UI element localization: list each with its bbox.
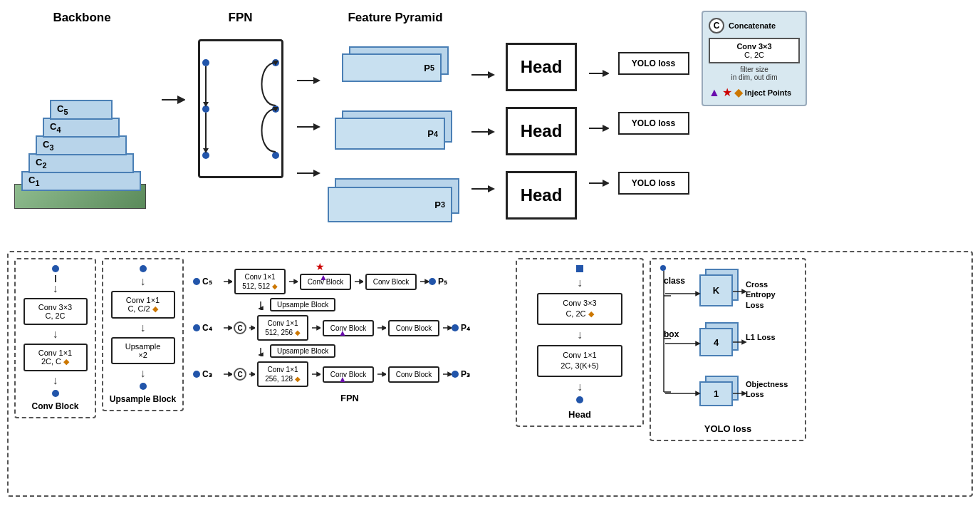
arrow-head-yolo3 bbox=[588, 178, 609, 188]
upsample-block-rect-1: Conv 1×1C, C/2 ◆ bbox=[111, 291, 175, 319]
feature-pyramid-title: Feature Pyramid bbox=[348, 11, 442, 25]
svg-point-6 bbox=[272, 152, 279, 159]
yolo-loss-2: YOLO loss bbox=[618, 112, 689, 135]
backbone-title: Backbone bbox=[53, 11, 110, 25]
conv-c3: Conv 1×1256, 128 ◆ bbox=[257, 361, 308, 387]
p4-label: P₄ bbox=[461, 323, 476, 333]
inject-points-label: Inject Points bbox=[745, 88, 791, 97]
legend-filter-desc: filter size in dim, out dim bbox=[709, 66, 800, 81]
head-detail: ↓ Conv 3×3C, 2C ◆ ↓ Conv 1×12C, 3(K+5) ↓… bbox=[516, 258, 644, 427]
arrow-head-yolo2 bbox=[588, 123, 609, 133]
arrow-head-yolo1 bbox=[588, 68, 609, 78]
fpn-detail-title: FPN bbox=[193, 393, 506, 403]
triangle-icon: ▲ bbox=[709, 86, 720, 99]
conv-block-rect-2: Conv 1×12C, C ◆ bbox=[24, 344, 88, 371]
diagram-container: Backbone C1 C2 C3 C4 bbox=[0, 0, 980, 526]
triangle-inject-c4: ▲ bbox=[338, 328, 347, 338]
head-box-2: Head bbox=[506, 107, 577, 155]
concat-c3: C bbox=[234, 368, 246, 381]
yolo-loss-3: YOLO loss bbox=[618, 172, 689, 195]
feature-pyramid-section: Feature Pyramid P5 P4 P3 bbox=[324, 7, 466, 217]
svg-point-1 bbox=[202, 59, 209, 66]
concat-c4: C bbox=[234, 321, 246, 334]
arrow-fpn-fp2 bbox=[296, 122, 320, 132]
head-conv1: Conv 3×3C, 2C ◆ bbox=[537, 293, 622, 325]
upsample-block-detail: ↓ Conv 1×1C, C/2 ◆ ↓ Upsample×2 ↓ Upsamp… bbox=[102, 258, 184, 411]
fpn-internal-arrows bbox=[200, 41, 281, 176]
arrow-fp-head3 bbox=[470, 184, 495, 194]
layer-c2-label: C2 bbox=[36, 157, 46, 170]
legend-section: C Concatenate Conv 3×3 C, 2C filter size… bbox=[702, 11, 807, 106]
fpn-title: FPN bbox=[229, 11, 253, 25]
backbone-section: Backbone C1 C2 C3 C4 bbox=[7, 7, 157, 209]
head-conv2: Conv 1×12C, 3(K+5) bbox=[537, 345, 622, 377]
p3-label: P₃ bbox=[461, 369, 476, 379]
conv-block-detail: ↓ Conv 3×3C, 2C ↓ Conv 1×12C, C ◆ ↓ Conv… bbox=[14, 258, 96, 418]
concatenate-label: Concatenate bbox=[729, 21, 776, 30]
yolo-loss-1: YOLO loss bbox=[618, 52, 689, 75]
triangle-inject-c5: ▲ bbox=[319, 272, 328, 282]
fpn-detail: C₅ Conv 1×1512, 512 ◆ ★ ▲ Conv Block Con… bbox=[189, 258, 510, 407]
head-box-1: Head bbox=[506, 43, 577, 91]
bottom-section: ↓ Conv 3×3C, 2C ↓ Conv 1×12C, C ◆ ↓ Conv… bbox=[7, 251, 973, 497]
conv-block-c5-2: Conv Block bbox=[365, 274, 417, 290]
layer-c5-label: C5 bbox=[57, 103, 68, 116]
layer-c3-label: C3 bbox=[43, 139, 53, 152]
conv-block-rect-1: Conv 3×3C, 2C bbox=[24, 298, 88, 325]
arrow-backbone-fpn bbox=[160, 93, 185, 107]
yolo-losses-section: YOLO loss YOLO loss YOLO loss bbox=[612, 7, 694, 195]
heads-section: Head Head Head bbox=[499, 7, 584, 220]
legend-conv-dims: C, 2C bbox=[744, 51, 764, 59]
arrow-fpn-fp1 bbox=[296, 76, 320, 86]
upsample-block-label: Upsample Block bbox=[110, 394, 176, 404]
arrow-fp-head2 bbox=[470, 127, 495, 137]
diamond-icon: ◆ bbox=[734, 86, 743, 99]
concatenate-icon: C bbox=[709, 18, 724, 33]
yolo-detail-title: YOLO loss bbox=[657, 423, 799, 434]
conv-block-c3-1: Conv Block bbox=[323, 366, 374, 383]
arrow-fpn-fp3 bbox=[296, 168, 320, 178]
head-box-3: Head bbox=[506, 171, 577, 220]
fpn-section: FPN bbox=[189, 7, 292, 178]
upsample-block-rect-2: Upsample×2 bbox=[111, 337, 175, 364]
yolo-detail: class K CrossEntropyLoss box bbox=[650, 258, 806, 441]
conv-block-c3-2: Conv Block bbox=[388, 366, 439, 383]
c4-label: C₄ bbox=[202, 323, 218, 333]
c5-label: C₅ bbox=[202, 277, 218, 287]
conv-block-c4-2: Conv Block bbox=[388, 320, 439, 336]
triangle-inject-c3: ▲ bbox=[338, 374, 347, 384]
arrow-fp-head1 bbox=[470, 70, 495, 80]
conv-block-label: Conv Block bbox=[31, 401, 78, 411]
conv-c5: Conv 1×1512, 512 ◆ bbox=[234, 269, 286, 294]
star-icon: ★ bbox=[722, 86, 732, 99]
c3-label: C₃ bbox=[202, 369, 218, 379]
layer-c4-label: C4 bbox=[50, 121, 61, 134]
layer-c1-label: C1 bbox=[28, 175, 39, 187]
head-detail-title: Head bbox=[568, 409, 591, 420]
star-inject-c5: ★ bbox=[316, 261, 325, 272]
conv-c4: Conv 1×1512, 256 ◆ bbox=[257, 315, 308, 341]
legend-conv-label: Conv 3×3 bbox=[714, 42, 794, 51]
conv-block-c4-1: Conv Block bbox=[323, 320, 374, 336]
p5-label: P₅ bbox=[438, 277, 454, 287]
